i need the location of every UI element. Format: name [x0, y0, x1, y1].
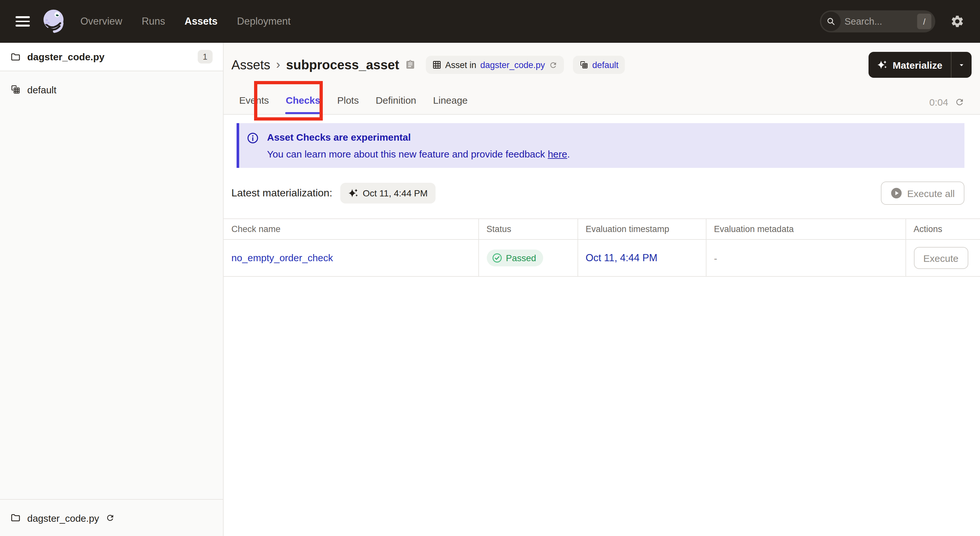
sidebar-item-default-group[interactable]: default: [0, 78, 223, 101]
column-evaluation-timestamp: Evaluation timestamp: [578, 219, 706, 240]
gear-icon[interactable]: [950, 14, 964, 29]
dagster-logo[interactable]: [41, 7, 67, 36]
sparkle-icon: [348, 188, 358, 198]
play-circle-icon: [890, 187, 902, 199]
reload-icon[interactable]: [106, 513, 115, 522]
group-link[interactable]: default: [592, 60, 619, 70]
materialize-split-button: Materialize: [869, 52, 972, 78]
hamburger-menu-icon[interactable]: [16, 16, 30, 27]
asset-count-badge: 1: [198, 50, 213, 64]
latest-materialization-label: Latest materialization:: [231, 187, 332, 199]
nav-assets[interactable]: Assets: [185, 16, 218, 27]
search-shortcut-key: /: [917, 14, 931, 29]
status-badge: Passed: [487, 250, 543, 266]
check-circle-icon: [492, 253, 502, 263]
nav-runs[interactable]: Runs: [142, 16, 165, 27]
nav-deployment[interactable]: Deployment: [237, 16, 290, 27]
code-location-link[interactable]: dagster_code.py: [480, 60, 545, 70]
main-panel: Assets › subprocess_asset Asset in dagst…: [224, 43, 980, 536]
execute-all-button[interactable]: Execute all: [880, 181, 964, 205]
execute-all-label: Execute all: [907, 188, 955, 199]
column-evaluation-metadata: Evaluation metadata: [706, 219, 905, 240]
status-label: Passed: [506, 253, 536, 263]
app-root: Overview Runs Assets Deployment / dagste…: [0, 0, 980, 536]
asset-badge-prefix: Asset in: [445, 60, 476, 70]
checks-content: Asset Checks are experimental You can le…: [224, 115, 980, 536]
feedback-link[interactable]: here: [548, 148, 567, 159]
folder-icon: [10, 51, 21, 62]
column-check-name: Check name: [224, 219, 478, 240]
sidebar-item-label: default: [27, 84, 56, 95]
reload-icon[interactable]: [549, 60, 557, 69]
evaluation-timestamp-link[interactable]: Oct 11, 4:44 PM: [585, 252, 657, 263]
experimental-banner: Asset Checks are experimental You can le…: [237, 123, 964, 168]
table-row: no_empty_order_check Passed: [224, 240, 980, 277]
banner-body-text: You can learn more about this new featur…: [267, 148, 548, 159]
asset-header: Assets › subprocess_asset Asset in dagst…: [224, 43, 980, 115]
breadcrumb-assets-link[interactable]: Assets: [231, 57, 270, 72]
tab-events[interactable]: Events: [239, 95, 270, 114]
latest-materialization-chip[interactable]: Oct 11, 4:44 PM: [340, 183, 435, 204]
asset-groups-sidebar: dagster_code.py 1 default dagster_code.p…: [0, 43, 224, 536]
search-input[interactable]: [841, 16, 917, 27]
sparkle-icon: [877, 60, 888, 70]
tab-plots[interactable]: Plots: [336, 95, 360, 114]
copy-icon[interactable]: [405, 60, 415, 70]
asset-tabs: Events Checks Plots Definition Lineage 0…: [231, 78, 972, 114]
tab-checks[interactable]: Checks: [285, 95, 321, 114]
asset-location-badge: Asset in dagster_code.py: [426, 56, 564, 74]
table-header-row: Check name Status Evaluation timestamp E…: [224, 219, 980, 240]
tab-definition[interactable]: Definition: [375, 95, 417, 114]
materialize-button[interactable]: Materialize: [869, 52, 951, 78]
tab-lineage[interactable]: Lineage: [432, 95, 468, 114]
page-title: subprocess_asset: [286, 57, 399, 72]
search-icon: [821, 12, 841, 31]
banner-title: Asset Checks are experimental: [267, 132, 570, 143]
info-icon: [247, 132, 259, 144]
search-box[interactable]: /: [820, 10, 935, 32]
materialize-dropdown-button[interactable]: [951, 52, 972, 78]
latest-materialization-row: Latest materialization: Oct 11, 4:44 PM: [224, 168, 980, 218]
sidebar-item-label: dagster_code.py: [27, 51, 104, 62]
execute-button[interactable]: Execute: [913, 247, 968, 269]
caret-down-icon: [958, 61, 965, 68]
materialize-label: Materialize: [893, 59, 942, 70]
asset-grid-icon: [432, 60, 441, 69]
folder-icon: [10, 513, 21, 523]
refresh-timer: 0:04: [929, 97, 948, 108]
refresh-icon[interactable]: [955, 97, 964, 107]
banner-body: You can learn more about this new featur…: [267, 148, 570, 159]
checks-table: Check name Status Evaluation timestamp E…: [224, 218, 980, 277]
sidebar-item-dagster-code[interactable]: dagster_code.py 1: [0, 43, 223, 71]
column-status: Status: [478, 219, 578, 240]
breadcrumb: Assets › subprocess_asset Asset in dagst…: [231, 52, 972, 78]
sidebar-footer-label: dagster_code.py: [27, 512, 99, 523]
breadcrumb-separator: ›: [276, 58, 280, 72]
top-navigation-bar: Overview Runs Assets Deployment /: [0, 0, 980, 43]
latest-materialization-timestamp: Oct 11, 4:44 PM: [363, 188, 428, 198]
evaluation-metadata-value: -: [706, 240, 905, 277]
check-name-link[interactable]: no_empty_order_check: [231, 252, 333, 263]
sidebar-footer-code-location[interactable]: dagster_code.py: [0, 499, 223, 536]
nav-overview[interactable]: Overview: [80, 16, 122, 27]
group-badge: default: [573, 56, 625, 74]
banner-period: .: [567, 148, 570, 159]
main-nav: Overview Runs Assets Deployment: [80, 16, 291, 27]
column-actions: Actions: [905, 219, 980, 240]
group-grid-icon: [579, 60, 589, 69]
asset-group-icon: [10, 84, 21, 95]
